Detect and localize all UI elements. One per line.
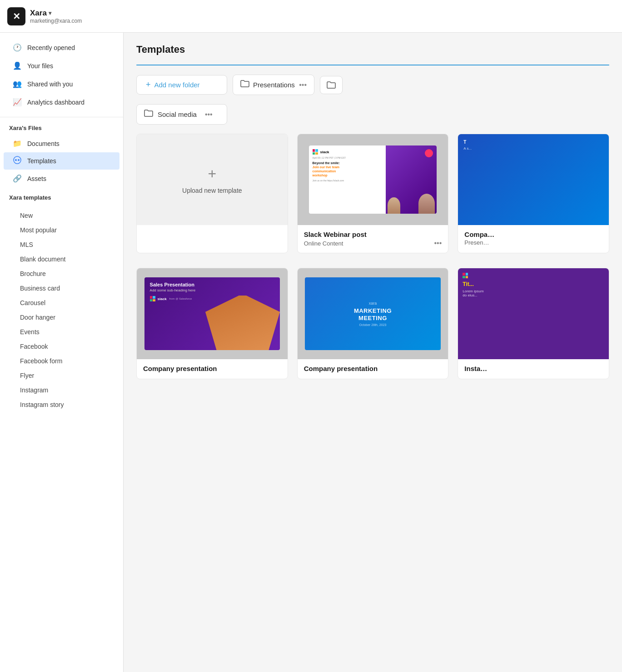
sidebar-template-most-popular[interactable]: Most popular [4, 223, 119, 237]
svg-point-1 [15, 159, 17, 161]
upload-thumb: + Upload new template [137, 134, 288, 225]
templates-icon [13, 156, 22, 166]
sidebar-template-flyer[interactable]: Flyer [4, 369, 119, 382]
sidebar-template-mls[interactable]: MLS [4, 238, 119, 251]
slack-webinar-more-button[interactable]: ••• [434, 239, 442, 247]
company-presentation-card-1[interactable]: Sales Presentation Add some sub-heading … [136, 268, 288, 379]
presentations-folder[interactable]: Presentations ••• [233, 75, 314, 95]
analytics-icon: 📈 [13, 98, 22, 106]
sidebar-item-your-files[interactable]: 👤 Your files [4, 57, 119, 75]
slack-webinar-category: Online Content [304, 240, 343, 247]
partial-card-1-info: Compa… Presen… [458, 225, 609, 251]
social-media-folder-name: Social media [158, 110, 197, 118]
company-presentation-1-name: Company presentation [143, 365, 281, 372]
social-media-folder[interactable]: Social media ••• [136, 104, 227, 125]
sidebar-template-door-hanger[interactable]: Door hanger [4, 311, 119, 324]
folder-icon [240, 80, 249, 90]
upload-template-card[interactable]: + Upload new template [136, 134, 288, 253]
templates-section-title: Xara templates [9, 194, 114, 201]
layout: 🕐 Recently opened 👤 Your files 👥 Shared … [0, 33, 622, 672]
slack-webinar-meta: Online Content ••• [304, 239, 442, 247]
logo-icon: ✕ [7, 7, 25, 25]
folder-icon-card[interactable] [320, 76, 343, 94]
sidebar-template-instagram-story[interactable]: Instagram story [4, 398, 119, 411]
sidebar-template-blank-document[interactable]: Blank document [4, 252, 119, 266]
page-title: Templates [136, 44, 609, 55]
sidebar-template-carousel[interactable]: Carousel [4, 296, 119, 310]
social-media-more-button[interactable]: ••• [205, 110, 213, 119]
folder-icon: 📁 [13, 139, 22, 148]
folders-row: + Add new folder Presentations ••• [136, 75, 609, 95]
company-presentation-1-info: Company presentation [137, 359, 288, 379]
insta-partial-card[interactable]: Tit... Lorem ipsumdo elus... Insta… [458, 268, 609, 379]
marketing-thumb: xara MARKETING MEETING October 28th, 202… [298, 268, 448, 359]
app-name: Xara ▾ [30, 9, 82, 18]
title-divider [136, 65, 609, 65]
sidebar-item-documents[interactable]: 📁 Documents [4, 135, 119, 151]
svg-point-2 [18, 159, 20, 161]
sales-thumb: Sales Presentation Add some sub-heading … [137, 268, 288, 359]
slack-webinar-name: Slack Webinar post [304, 231, 442, 238]
slack-webinar-thumb: slack April 00 | 12 PM PST | 3 PM EST Be… [298, 134, 448, 225]
insta-partial-info: Insta… [458, 359, 609, 379]
chevron-down-icon: ▾ [49, 10, 51, 16]
template-grid-row1: + Upload new template [136, 134, 609, 253]
header: ✕ Xara ▾ marketing@xara.com [0, 0, 622, 33]
assets-icon: 🔗 [13, 174, 22, 183]
partial-card-1-meta: Presen… [464, 239, 602, 246]
main-content: Templates + Add new folder Presentations… [124, 33, 622, 672]
sidebar-template-instagram[interactable]: Instagram [4, 383, 119, 397]
sidebar-nav: 🕐 Recently opened 👤 Your files 👥 Shared … [0, 33, 123, 117]
partial-card-1-name: Compa… [464, 231, 602, 238]
clock-icon: 🕐 [13, 43, 22, 52]
person-icon: 👤 [13, 61, 22, 70]
sidebar-template-new[interactable]: New [4, 209, 119, 222]
people-icon: 👥 [13, 80, 22, 88]
company-presentation-2-info: Company presentation [298, 359, 448, 379]
slack-webinar-info: Slack Webinar post Online Content ••• [298, 225, 448, 253]
insta-partial-name: Insta… [464, 365, 602, 372]
sidebar-template-events[interactable]: Events [4, 325, 119, 339]
partial-thumb: T A s... [458, 134, 609, 225]
company-presentation-2-name: Company presentation [304, 365, 442, 372]
svg-point-0 [14, 156, 21, 164]
plus-icon: + [146, 80, 151, 90]
upload-label: Upload new template [182, 187, 242, 194]
sidebar-template-facebook[interactable]: Facebook [4, 340, 119, 353]
user-email: marketing@xara.com [30, 18, 82, 24]
logo-text: Xara ▾ marketing@xara.com [30, 9, 82, 24]
partial-card-1[interactable]: T A s... Compa… Presen… [458, 134, 609, 253]
sidebar-item-templates[interactable]: Templates [4, 152, 119, 170]
sidebar-item-analytics-dashboard[interactable]: 📈 Analytics dashboard [4, 93, 119, 111]
folder-icon [144, 109, 153, 120]
sidebar-template-brochure[interactable]: Brochure [4, 267, 119, 281]
xara-templates-section: Xara templates [0, 187, 123, 208]
add-folder-button[interactable]: + Add new folder [136, 75, 227, 95]
sidebar-template-business-card[interactable]: Business card [4, 281, 119, 295]
template-grid-row2: Sales Presentation Add some sub-heading … [136, 268, 609, 379]
slack-webinar-card[interactable]: slack April 00 | 12 PM PST | 3 PM EST Be… [297, 134, 449, 253]
partial-card-1-category: Presen… [464, 239, 489, 246]
files-section-title: Xara's Files [9, 125, 114, 131]
upload-plus-icon: + [208, 165, 216, 182]
sidebar: 🕐 Recently opened 👤 Your files 👥 Shared … [0, 33, 124, 672]
folder-more-button[interactable]: ••• [299, 81, 307, 89]
sidebar-item-assets[interactable]: 🔗 Assets [4, 171, 119, 186]
xaras-files-section: Xara's Files [0, 117, 123, 135]
logo-container[interactable]: ✕ Xara ▾ marketing@xara.com [7, 7, 82, 25]
insta-thumb: Tit... Lorem ipsumdo elus... [458, 268, 609, 359]
sidebar-item-shared-with-you[interactable]: 👥 Shared with you [4, 75, 119, 93]
sidebar-item-recently-opened[interactable]: 🕐 Recently opened [4, 39, 119, 56]
company-presentation-card-2[interactable]: xara MARKETING MEETING October 28th, 202… [297, 268, 449, 379]
sidebar-template-facebook-form[interactable]: Facebook form [4, 354, 119, 368]
